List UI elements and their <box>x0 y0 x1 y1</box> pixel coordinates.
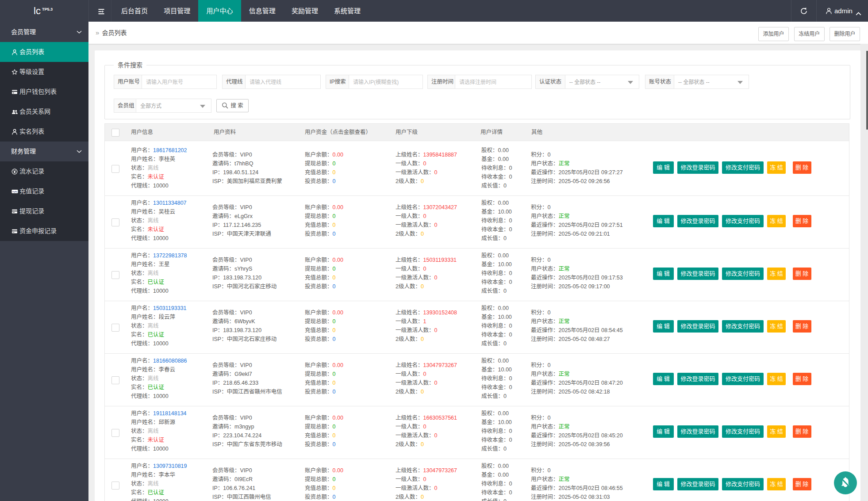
svg-text:PayPal: PayPal <box>12 191 17 193</box>
